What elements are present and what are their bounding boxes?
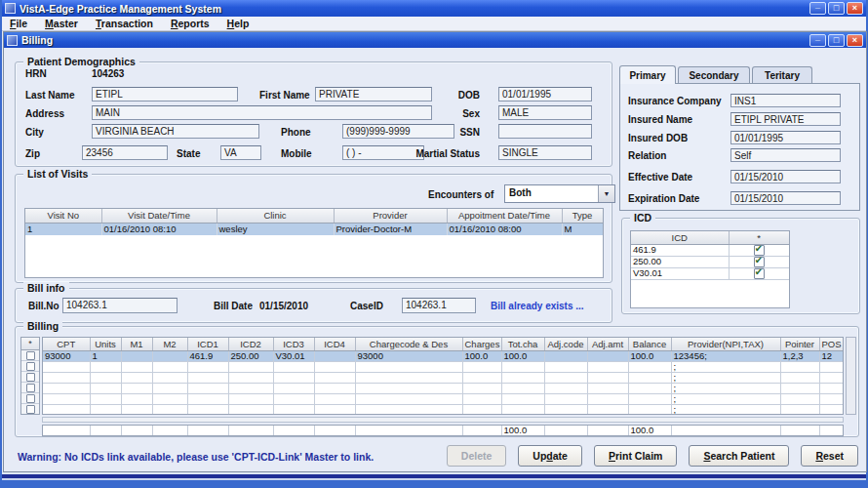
table-cell[interactable] xyxy=(228,372,273,383)
ssn-field[interactable] xyxy=(498,124,592,139)
table-cell[interactable] xyxy=(501,383,544,393)
table-cell[interactable] xyxy=(90,404,121,415)
table-cell[interactable] xyxy=(152,393,187,404)
table-cell[interactable] xyxy=(501,361,544,372)
table-cell[interactable]: 1 xyxy=(90,350,121,361)
table-cell[interactable] xyxy=(501,372,544,383)
table-cell[interactable] xyxy=(462,426,501,436)
table-cell[interactable] xyxy=(152,350,187,361)
table-cell[interactable] xyxy=(587,372,628,383)
billing-close-icon[interactable]: × xyxy=(847,34,863,47)
icd-row[interactable]: 250.00 ✔ xyxy=(631,256,789,267)
table-cell[interactable] xyxy=(819,361,843,372)
table-cell[interactable] xyxy=(671,426,780,436)
billing-column-header[interactable]: Charges xyxy=(462,338,501,350)
icd-checkbox[interactable]: ✔ xyxy=(754,268,765,279)
billing-column-header[interactable]: M2 xyxy=(152,338,187,350)
update-button[interactable]: Update xyxy=(518,445,582,467)
table-cell[interactable] xyxy=(121,361,152,372)
table-cell[interactable]: 1,2,3 xyxy=(780,350,819,361)
table-cell[interactable] xyxy=(462,393,501,404)
table-cell[interactable] xyxy=(228,361,273,372)
table-cell[interactable] xyxy=(273,383,314,393)
menu-master[interactable]: Master xyxy=(45,18,78,29)
search-patient-button[interactable]: Search Patient xyxy=(689,445,789,467)
table-cell[interactable] xyxy=(587,350,628,361)
visits-column-header[interactable]: Clinic xyxy=(217,209,334,223)
visits-column-header[interactable]: Provider xyxy=(334,209,447,223)
table-cell[interactable] xyxy=(43,404,90,415)
table-cell[interactable] xyxy=(587,393,628,404)
icd-code-cell[interactable]: 461.9 xyxy=(631,244,729,256)
billing-column-header[interactable]: Adj.code xyxy=(544,338,587,350)
table-cell[interactable] xyxy=(152,383,187,393)
table-cell[interactable] xyxy=(228,383,273,393)
row-checkbox[interactable] xyxy=(26,405,35,414)
table-cell[interactable] xyxy=(628,361,671,372)
billing-column-header[interactable]: Provider(NPI,TAX) xyxy=(671,338,780,350)
table-cell[interactable] xyxy=(90,383,121,393)
last-name-field[interactable]: ETIPL xyxy=(92,87,238,102)
table-cell[interactable]: ; xyxy=(671,372,780,383)
table-row[interactable]: 101/16/2010 08:10wesleyProvider-Doctor-M… xyxy=(25,223,603,235)
table-cell[interactable]: 123456; xyxy=(671,350,780,361)
restore-icon[interactable]: □ xyxy=(828,2,845,15)
billing-column-header[interactable]: ICD4 xyxy=(314,338,355,350)
insured-dob-field[interactable]: 01/01/1995 xyxy=(730,131,841,144)
billing-minimize-icon[interactable]: _ xyxy=(809,34,826,47)
table-row[interactable]: ; xyxy=(43,372,843,383)
billing-vertical-scrollbar[interactable] xyxy=(846,337,856,415)
icd-checkbox[interactable]: ✔ xyxy=(754,245,765,256)
table-cell[interactable]: V30.01 xyxy=(273,350,314,361)
table-row[interactable]: ; xyxy=(43,361,843,372)
table-cell[interactable] xyxy=(314,393,355,404)
table-cell[interactable] xyxy=(187,372,228,383)
table-cell[interactable] xyxy=(587,361,628,372)
table-row[interactable]: 930001461.9250.00V30.0193000100.0100.010… xyxy=(43,350,843,361)
table-cell[interactable] xyxy=(355,426,462,436)
table-cell[interactable] xyxy=(355,393,462,404)
row-checkbox[interactable] xyxy=(26,351,35,360)
table-cell[interactable] xyxy=(355,361,462,372)
table-cell[interactable] xyxy=(462,372,501,383)
table-cell[interactable] xyxy=(544,350,587,361)
table-row[interactable]: ; xyxy=(43,404,843,415)
billing-column-header[interactable]: Pointer xyxy=(780,338,819,350)
table-cell[interactable] xyxy=(314,361,355,372)
insurance-company-field[interactable]: INS1 xyxy=(730,94,841,107)
table-cell[interactable] xyxy=(121,350,152,361)
marital-status-field[interactable]: SINGLE xyxy=(498,145,592,160)
icd-check-column-header[interactable]: * xyxy=(729,231,789,244)
table-cell[interactable] xyxy=(152,404,187,415)
table-cell[interactable] xyxy=(544,372,587,383)
table-cell[interactable] xyxy=(314,383,355,393)
table-cell[interactable] xyxy=(780,426,819,436)
effective-date-field[interactable]: 01/15/2010 xyxy=(730,170,841,183)
table-cell[interactable]: 01/16/2010 08:00 xyxy=(447,223,562,235)
menu-help[interactable]: Help xyxy=(227,18,250,29)
zip-field[interactable]: 23456 xyxy=(82,145,168,160)
visits-column-header[interactable]: Visit No xyxy=(25,209,101,223)
city-field[interactable]: VIRGINIA BEACH xyxy=(92,124,259,139)
table-cell[interactable] xyxy=(355,404,462,415)
table-cell[interactable] xyxy=(780,372,819,383)
table-cell[interactable] xyxy=(90,372,121,383)
chevron-down-icon[interactable]: ▼ xyxy=(598,185,614,202)
delete-button[interactable]: Delete xyxy=(447,445,507,467)
table-cell[interactable]: ; xyxy=(671,404,780,415)
table-cell[interactable] xyxy=(43,372,90,383)
table-cell[interactable] xyxy=(90,361,121,372)
expiration-date-field[interactable]: 01/15/2010 xyxy=(730,191,841,205)
table-row[interactable]: ; xyxy=(43,393,843,404)
table-cell[interactable] xyxy=(273,404,314,415)
table-cell[interactable] xyxy=(355,372,462,383)
table-cell[interactable]: wesley xyxy=(217,223,334,235)
table-cell[interactable] xyxy=(780,393,819,404)
table-cell[interactable] xyxy=(187,393,228,404)
table-cell[interactable] xyxy=(314,404,355,415)
table-cell[interactable] xyxy=(152,361,187,372)
table-cell[interactable]: 93000 xyxy=(355,350,462,361)
table-cell[interactable]: M xyxy=(562,223,603,235)
table-cell[interactable]: 461.9 xyxy=(187,350,228,361)
table-cell[interactable] xyxy=(544,383,587,393)
